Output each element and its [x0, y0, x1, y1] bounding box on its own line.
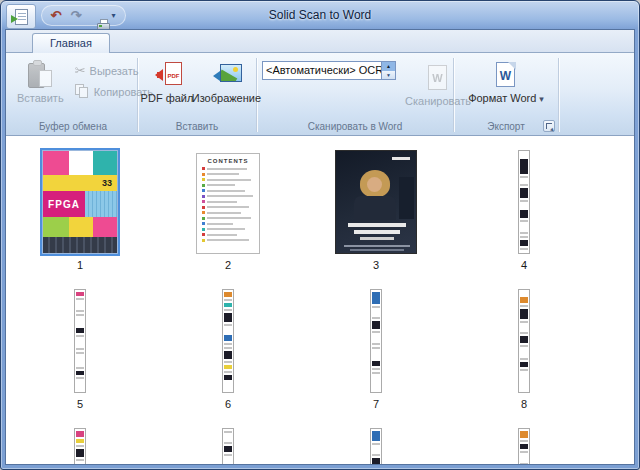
- dropdown-arrow-icon: ▾: [539, 94, 544, 104]
- page-thumbnail-7[interactable]: [370, 289, 382, 393]
- scissors-icon: ✂: [75, 63, 86, 78]
- insert-image-label: Изображение: [192, 92, 261, 104]
- paste-clipboard-icon: [26, 60, 54, 90]
- cover-title-text: FPGA: [43, 191, 85, 217]
- page-number: 5: [77, 398, 83, 410]
- thumbnail-cell: 7: [302, 289, 450, 410]
- page-thumbnail-1[interactable]: FPGA 33: [42, 150, 118, 254]
- thumbnail-cell: [154, 428, 302, 464]
- spinner-up-icon[interactable]: ▲: [382, 62, 395, 71]
- page-number: 7: [373, 398, 379, 410]
- page-number: 8: [521, 398, 527, 410]
- thumbnail-row: 5 6: [6, 289, 634, 410]
- thumbnail-row: FPGA 33 1 CONTENTS: [6, 150, 634, 271]
- cut-label: Вырезать: [90, 65, 139, 77]
- insert-pdf-button[interactable]: PDF PDF файл: [138, 58, 197, 106]
- thumbnail-cell: 3: [302, 150, 450, 271]
- word-format-label: Формат Word▾: [468, 92, 544, 105]
- image-icon: [208, 60, 244, 90]
- page-number: 1: [77, 259, 83, 271]
- window-title: Solid Scan to Word: [151, 8, 489, 22]
- copy-pages-icon: [75, 84, 90, 99]
- group-separator: [558, 58, 559, 132]
- page-thumbnail-12[interactable]: [518, 428, 530, 464]
- app-body: Главная Вставить ✂ Вырезать: [5, 29, 635, 465]
- word-document-icon: W: [493, 60, 519, 90]
- thumbnail-cell: 5: [6, 289, 154, 410]
- page-number: 4: [521, 259, 527, 271]
- page-thumbnail-8[interactable]: [518, 289, 530, 393]
- thumbnail-cell: 6: [154, 289, 302, 410]
- page-number: 3: [373, 259, 379, 271]
- scanner-word-icon: W: [425, 63, 451, 93]
- pdf-file-icon: PDF: [149, 60, 185, 90]
- word-format-button[interactable]: W Формат Word▾: [467, 58, 545, 107]
- cover-issue-number: 33: [102, 178, 112, 188]
- insert-pdf-label: PDF файл: [141, 92, 194, 104]
- app-menu-button[interactable]: [6, 4, 36, 29]
- thumbnail-cell: [302, 428, 450, 464]
- page-thumbnail-10[interactable]: [222, 428, 234, 464]
- thumbnail-cell: 8: [450, 289, 598, 410]
- undo-icon[interactable]: ↶: [47, 6, 65, 25]
- page-thumbnail-2[interactable]: CONTENTS: [196, 153, 260, 254]
- ribbon: Вставить ✂ Вырезать Копировать Буфер обм…: [6, 53, 634, 136]
- app-icon: [15, 9, 28, 25]
- ribbon-group-scan: <Автоматически> OCR ▲ ▼ W Сканировать: [257, 55, 453, 135]
- group-label-clipboard: Буфер обмена: [9, 121, 137, 135]
- page-thumbnail-4[interactable]: [518, 150, 530, 254]
- page-thumbnails-area: FPGA 33 1 CONTENTS: [6, 136, 634, 464]
- group-label-scan: Сканировать в Word: [257, 121, 453, 135]
- paste-label: Вставить: [17, 92, 64, 104]
- page-number: 6: [225, 398, 231, 410]
- thumbnail-row: [6, 428, 634, 464]
- thumbnail-cell: FPGA 33 1: [6, 150, 154, 271]
- page-thumbnail-3[interactable]: [335, 150, 417, 254]
- thumbnail-cell: 4: [450, 150, 598, 271]
- page-thumbnail-5[interactable]: [74, 289, 86, 393]
- redo-icon[interactable]: ↷: [67, 6, 85, 25]
- tab-home[interactable]: Главная: [32, 33, 110, 53]
- ocr-combobox-value[interactable]: <Автоматически> OCR: [262, 61, 382, 80]
- dialog-launcher-icon[interactable]: [543, 120, 555, 132]
- title-bar[interactable]: ↶ ↷ ▾ Solid Scan to Word: [1, 1, 639, 29]
- thumbnail-cell: CONTENTS: [154, 150, 302, 271]
- page-thumbnail-11[interactable]: [370, 428, 382, 464]
- ribbon-group-insert: PDF PDF файл Изображение Вставить: [138, 55, 256, 135]
- ribbon-group-clipboard: Вставить ✂ Вырезать Копировать Буфер обм…: [9, 55, 137, 135]
- page-number: 2: [225, 259, 231, 271]
- insert-image-button[interactable]: Изображение: [196, 58, 256, 106]
- app-window: ↶ ↷ ▾ Solid Scan to Word Главная: [0, 0, 640, 470]
- thumbnail-cell: [450, 428, 598, 464]
- page-thumbnail-6[interactable]: [222, 289, 234, 393]
- spinner-down-icon[interactable]: ▼: [382, 71, 395, 80]
- combobox-spinner: ▲ ▼: [382, 61, 396, 80]
- ocr-language-combobox[interactable]: <Автоматически> OCR ▲ ▼: [262, 61, 396, 80]
- contents-title-text: CONTENTS: [197, 158, 259, 164]
- page-thumbnail-9[interactable]: [74, 428, 86, 464]
- quick-access-toolbar: ↶ ↷ ▾: [41, 5, 126, 26]
- ribbon-group-export: W Формат Word▾ Экспорт: [454, 55, 558, 135]
- paste-button[interactable]: Вставить: [14, 58, 67, 106]
- ribbon-tab-row: Главная: [6, 30, 634, 53]
- cut-button[interactable]: ✂ Вырезать: [71, 61, 143, 80]
- group-label-insert: Вставить: [138, 121, 256, 135]
- thumbnail-cell: [6, 428, 154, 464]
